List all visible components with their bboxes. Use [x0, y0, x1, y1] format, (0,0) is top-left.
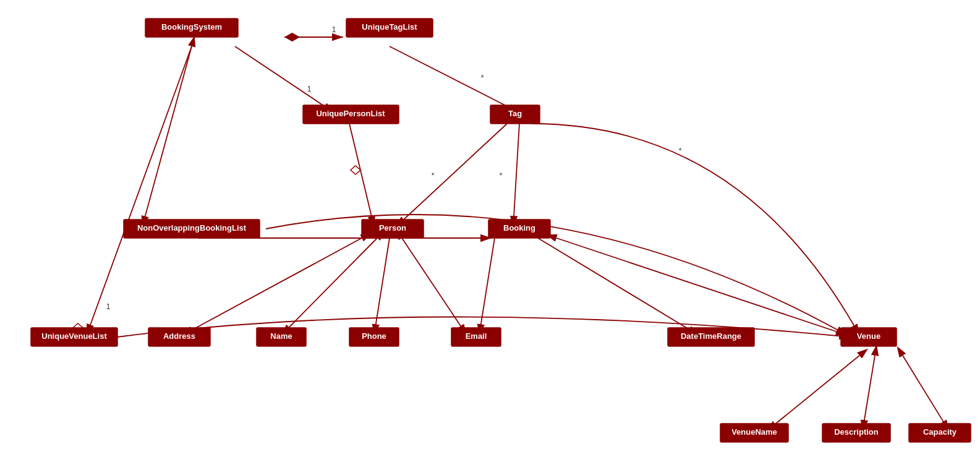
svg-line-18 — [513, 124, 519, 227]
address-label: Address — [163, 331, 195, 341]
venue-label: Venue — [857, 331, 880, 341]
venue-name-label: VenueName — [731, 427, 777, 437]
svg-text:1: 1 — [106, 302, 111, 311]
phone-label: Phone — [362, 331, 386, 341]
svg-line-16 — [396, 124, 507, 227]
svg-line-25 — [374, 238, 390, 335]
booking-label: Booking — [503, 223, 535, 232]
svg-line-7 — [235, 46, 334, 113]
description-label: Description — [834, 427, 879, 437]
unique-venue-list-label: UniqueVenueList — [41, 331, 107, 341]
tag-label: Tag — [508, 109, 522, 118]
svg-line-15 — [349, 124, 374, 227]
capacity-label: Capacity — [923, 427, 957, 437]
non-overlapping-booking-list-label: NonOverlappingBookingList — [137, 223, 247, 232]
svg-line-11 — [142, 46, 192, 227]
svg-line-27 — [479, 238, 495, 335]
svg-text:*: * — [432, 171, 435, 180]
svg-line-31 — [863, 356, 875, 431]
uml-diagram: 1 1 * 1 1 * * * — [0, 0, 980, 465]
svg-line-26 — [402, 238, 467, 335]
svg-line-9 — [390, 46, 519, 113]
svg-text:*: * — [500, 171, 503, 180]
booking-system-label: BookingSystem — [161, 22, 222, 32]
svg-text:1: 1 — [332, 25, 336, 34]
svg-line-30 — [767, 356, 859, 431]
name-label: Name — [270, 331, 292, 341]
person-label: Person — [379, 223, 406, 232]
svg-text:1: 1 — [307, 85, 312, 93]
svg-line-32 — [903, 356, 949, 431]
svg-line-23 — [182, 238, 362, 335]
datetime-range-label: DateTimeRange — [681, 331, 741, 341]
svg-line-13 — [87, 46, 192, 335]
svg-text:*: * — [679, 147, 682, 155]
unique-person-list-label: UniquePersonList — [316, 109, 385, 118]
email-label: Email — [466, 331, 487, 341]
unique-tag-list-label: UniqueTagList — [362, 22, 417, 32]
svg-marker-21 — [351, 166, 360, 174]
svg-text:*: * — [481, 74, 484, 82]
